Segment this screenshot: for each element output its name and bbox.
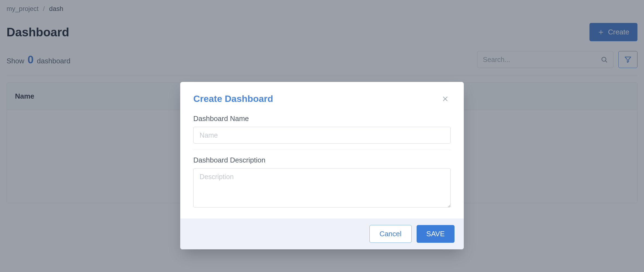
modal-body: Dashboard Name Dashboard Description — [180, 108, 464, 218]
dashboard-description-label: Dashboard Description — [193, 156, 451, 164]
create-dashboard-modal: Create Dashboard Dashboard Name Dashboar… — [180, 82, 464, 249]
dashboard-description-input[interactable] — [193, 168, 451, 208]
dashboard-name-label: Dashboard Name — [193, 114, 451, 123]
modal-close-button[interactable] — [440, 93, 451, 105]
field-separator — [193, 150, 451, 150]
save-button[interactable]: SAVE — [417, 225, 455, 243]
dashboard-name-input[interactable] — [193, 127, 451, 144]
modal-overlay[interactable]: Create Dashboard Dashboard Name Dashboar… — [0, 0, 644, 272]
modal-footer: Cancel SAVE — [180, 218, 464, 249]
cancel-button[interactable]: Cancel — [369, 225, 412, 243]
close-icon — [441, 95, 449, 103]
modal-header: Create Dashboard — [180, 82, 464, 108]
modal-title: Create Dashboard — [193, 93, 273, 104]
